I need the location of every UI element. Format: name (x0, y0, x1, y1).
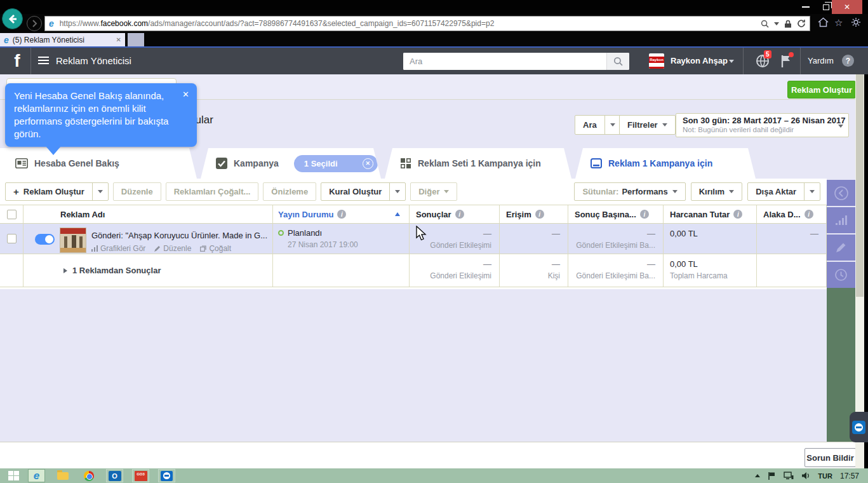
header-ad-name[interactable]: Reklam Adı (23, 205, 273, 223)
tab-adset[interactable]: Reklam Seti 1 Kampanya için (385, 148, 571, 179)
language-indicator[interactable]: TUR (818, 472, 832, 480)
breakdown-button[interactable]: Kırılım (691, 182, 742, 201)
info-icon[interactable] (535, 210, 544, 219)
window-close-button[interactable] (832, 0, 862, 14)
account-avatar[interactable]: Raykon (649, 53, 664, 69)
filters-button[interactable]: Filtreler (619, 115, 676, 135)
facebook-logo[interactable] (8, 50, 27, 72)
search-icon[interactable] (761, 20, 769, 28)
view-charts-link[interactable]: Grafikleri Gör (91, 244, 145, 253)
browser-tab[interactable]: e (5) Reklam Yöneticisi (0, 33, 125, 46)
mouse-cursor (416, 226, 427, 242)
window-minimize-button[interactable] (795, 0, 817, 14)
info-icon[interactable] (733, 210, 742, 219)
tooltip-close-icon[interactable] (182, 90, 189, 99)
spent-cell: 0,00 TL (664, 224, 757, 254)
tray-volume-icon[interactable] (801, 472, 810, 480)
notifications-globe-icon[interactable]: 5 (756, 54, 770, 71)
pencil-icon (835, 242, 847, 254)
clear-selection-icon[interactable] (363, 158, 373, 169)
scheduled-date: 27 Nisan 2017 19:00 (288, 240, 409, 249)
select-all-checkbox[interactable] (7, 210, 17, 219)
home-icon[interactable] (818, 17, 829, 29)
report-problem-button[interactable]: Sorun Bildir (805, 448, 856, 467)
teamviewer-dock-tab[interactable] (850, 412, 868, 442)
tray-expand-icon[interactable] (755, 474, 760, 477)
header-results[interactable]: Sonuçlar (410, 205, 500, 223)
collapse-rail-button[interactable] (827, 180, 855, 206)
account-name[interactable]: Raykon Ahşap (671, 56, 728, 65)
refresh-icon[interactable] (797, 19, 806, 28)
taskbar-ie-icon[interactable]: e (28, 469, 45, 482)
summary-label-cell[interactable]: 1 Reklamdan Sonuçlar (23, 254, 273, 287)
info-icon[interactable] (337, 210, 346, 219)
table-search-button[interactable]: Ara (575, 115, 621, 135)
pages-flag-icon[interactable] (780, 54, 792, 71)
edit-rail-button[interactable] (827, 235, 855, 261)
taskbar-teamviewer-icon[interactable] (158, 469, 175, 482)
export-caret[interactable] (804, 183, 820, 200)
tab-ad[interactable]: Reklam 1 Kampanya için (575, 148, 756, 179)
address-bar[interactable]: e https://www.facebook.com/ads/manager/a… (44, 16, 810, 31)
tray-flag-icon[interactable] (768, 472, 776, 480)
header-search-input[interactable] (403, 53, 606, 70)
help-question-icon[interactable] (842, 55, 854, 67)
charts-rail-button[interactable] (827, 207, 855, 233)
info-icon[interactable] (455, 210, 464, 219)
browser-forward-button[interactable] (27, 16, 42, 31)
taskbar-outlook-icon[interactable] (106, 469, 123, 482)
ad-active-toggle[interactable] (35, 234, 55, 245)
side-rail (827, 180, 855, 289)
overview-icon (15, 158, 28, 168)
create-ad-button[interactable]: +Reklam Oluştur (5, 182, 109, 201)
scrollbar-thumb[interactable] (856, 74, 864, 297)
edit-ad-link[interactable]: Düzenle (154, 244, 191, 253)
date-range-picker[interactable]: Son 30 gün: 28 Mart 2017 – 26 Nisan 2017… (676, 113, 849, 137)
start-button-icon[interactable] (8, 471, 19, 480)
taskbar-explorer-icon[interactable] (54, 469, 71, 482)
search-dropdown-caret[interactable] (774, 22, 779, 25)
header-search-button[interactable] (606, 53, 629, 70)
ad-name-link[interactable]: Gönderi: "Ahşap Koruyucu Ürünler. Made i… (91, 231, 267, 240)
summary-spent-cell: 0,00 TL Toplam Harcama (664, 254, 757, 287)
duplicate-button[interactable]: Reklamları Çoğalt... (166, 182, 259, 201)
header-amount-spent[interactable]: Harcanan Tutar (664, 205, 757, 223)
header-relevance[interactable]: Alaka D... (757, 205, 827, 223)
tab-close-icon[interactable] (116, 36, 121, 43)
create-rule-button[interactable]: Kural Oluştur (321, 182, 406, 201)
browser-back-button[interactable] (2, 8, 23, 29)
reach-cell: — (500, 224, 568, 254)
duplicate-ad-link[interactable]: Çoğalt (200, 244, 231, 253)
page-scrollbar[interactable] (855, 74, 864, 468)
header-cost-per-result[interactable]: Sonuç Başına... (568, 205, 664, 223)
tray-network-icon[interactable] (784, 472, 794, 480)
preview-button[interactable]: Önizleme (263, 182, 316, 201)
tab-campaign[interactable]: Kampanya 1 Seçildi (201, 148, 381, 179)
info-icon[interactable] (805, 210, 813, 219)
new-tab-stub[interactable] (128, 33, 144, 46)
menu-hamburger-icon[interactable] (38, 57, 49, 66)
ad-row[interactable]: Gönderi: "Ahşap Koruyucu Ürünler. Made i… (0, 224, 827, 254)
settings-gear-icon[interactable] (851, 17, 861, 29)
export-button[interactable]: Dışa Aktar (747, 182, 820, 201)
header-delivery-status[interactable]: Yayın Durumu (273, 205, 410, 223)
taskbar-go3-icon[interactable]: GO3 (132, 469, 149, 482)
search-caret-icon[interactable] (604, 116, 620, 134)
expand-caret-icon[interactable] (63, 268, 67, 273)
history-rail-button[interactable] (827, 262, 855, 288)
edit-button[interactable]: Düzenle (113, 182, 161, 201)
tab-account-overview[interactable]: Hesaba Genel Bakış (0, 148, 197, 179)
create-ad-caret[interactable] (92, 183, 108, 200)
help-label[interactable]: Yardım (808, 56, 834, 65)
info-icon[interactable] (640, 210, 649, 219)
create-rule-caret[interactable] (389, 183, 405, 200)
taskbar-chrome-icon[interactable] (80, 469, 97, 482)
columns-button[interactable]: Sütunlar:Performans (574, 182, 685, 201)
more-button[interactable]: Diğer (410, 182, 457, 201)
favorites-star-icon[interactable]: ☆ (834, 17, 843, 29)
row-checkbox[interactable] (7, 234, 17, 243)
header-reach[interactable]: Erişim (500, 205, 568, 223)
account-caret-icon[interactable] (729, 60, 734, 63)
create-ad-button-top[interactable]: Reklam Oluştur (787, 81, 856, 99)
clock-time[interactable]: 17:57 (840, 472, 859, 480)
